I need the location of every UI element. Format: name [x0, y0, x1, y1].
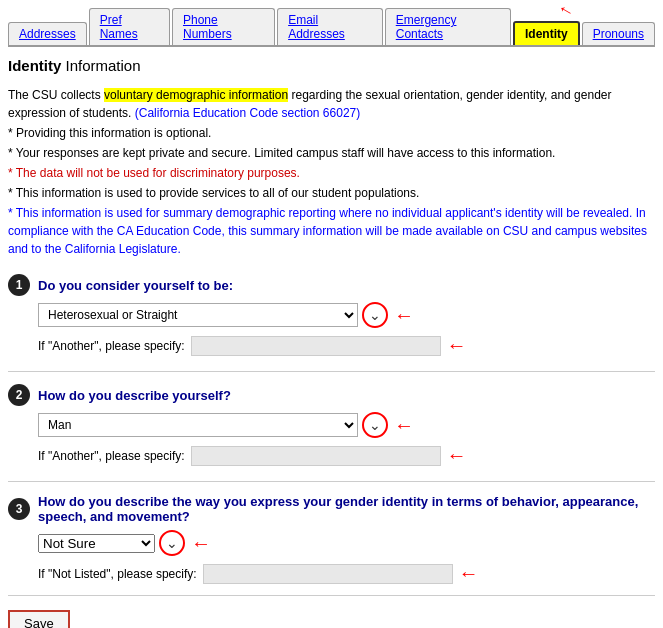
- question-1-specify-label: If "Another", please specify:: [38, 339, 185, 353]
- info-bullet1: * Providing this information is optional…: [8, 124, 655, 142]
- question-3-dropdown-circle: ⌄: [159, 530, 185, 556]
- question-2-specify-label: If "Another", please specify:: [38, 449, 185, 463]
- save-button[interactable]: Save: [8, 610, 70, 628]
- question-3-specify-input[interactable]: [203, 564, 453, 584]
- info-bullet4: * This information is used to provide se…: [8, 184, 655, 202]
- info-block: The CSU collects voluntary demographic i…: [8, 86, 655, 258]
- question-3-text: How do you describe the way you express …: [38, 494, 655, 524]
- question-3-select-row: Not Sure Androgynous Feminine Masculine …: [38, 530, 655, 556]
- question-1-select-row: Heterosexual or Straight Gay or Lesbian …: [38, 302, 655, 328]
- question-1-number: 1: [8, 274, 30, 296]
- info-highlight: voluntary demographic information: [104, 88, 288, 102]
- question-3-row: 3 How do you describe the way you expres…: [8, 494, 655, 524]
- question-2-block: 2 How do you describe yourself? Man Woma…: [8, 384, 655, 482]
- question-1-block: 1 Do you consider yourself to be: Hetero…: [8, 274, 655, 372]
- question-2-dropdown-circle: ⌄: [362, 412, 388, 438]
- question-1-dropdown-circle: ⌄: [362, 302, 388, 328]
- question-2-number: 2: [8, 384, 30, 406]
- info-bullet2: * Your responses are kept private and se…: [8, 144, 655, 162]
- question-2-text: How do you describe yourself?: [38, 388, 655, 403]
- question-1-specify-input[interactable]: [191, 336, 441, 356]
- dropdown-icon-1: ⌄: [369, 307, 381, 323]
- question-3-block: 3 How do you describe the way you expres…: [8, 494, 655, 596]
- question-2-select-row: Man Woman Non-binary Another gender iden…: [38, 412, 655, 438]
- question-2-specify-row: If "Another", please specify: ←: [38, 444, 655, 467]
- question-2-select[interactable]: Man Woman Non-binary Another gender iden…: [38, 413, 358, 437]
- question-2-row: 2 How do you describe yourself?: [8, 384, 655, 406]
- page-title: Identity Information: [8, 57, 655, 74]
- info-bullet3: * The data will not be used for discrimi…: [8, 164, 655, 182]
- question-1-specify-row: If "Another", please specify: ←: [38, 334, 655, 357]
- tab-bar: Addresses Pref Names Phone Numbers Email…: [8, 8, 655, 47]
- question-3-specify-row: If "Not Listed", please specify: ←: [38, 562, 655, 585]
- question-1-select[interactable]: Heterosexual or Straight Gay or Lesbian …: [38, 303, 358, 327]
- tab-pronouns[interactable]: Pronouns: [582, 22, 655, 45]
- arrow-q1: ←: [394, 304, 414, 327]
- question-3-number: 3: [8, 498, 30, 520]
- tab-identity[interactable]: Identity: [513, 21, 580, 45]
- info-line1-pre: The CSU collects: [8, 88, 104, 102]
- question-2-specify-input[interactable]: [191, 446, 441, 466]
- tab-emergency-contacts[interactable]: Emergency Contacts: [385, 8, 511, 45]
- tab-addresses[interactable]: Addresses: [8, 22, 87, 45]
- tab-pref-names[interactable]: Pref Names: [89, 8, 170, 45]
- arrow-q3-specify: ←: [459, 562, 479, 585]
- arrow-q1-specify: ←: [447, 334, 467, 357]
- question-3-select[interactable]: Not Sure Androgynous Feminine Masculine …: [38, 534, 155, 553]
- arrow-q2: ←: [394, 414, 414, 437]
- arrow-q3: ←: [191, 532, 211, 555]
- dropdown-icon-2: ⌄: [369, 417, 381, 433]
- tab-email-addresses[interactable]: Email Addresses: [277, 8, 383, 45]
- info-link: (California Education Code section 66027…: [135, 106, 360, 120]
- question-1-text: Do you consider yourself to be:: [38, 278, 655, 293]
- dropdown-icon-3: ⌄: [166, 535, 178, 551]
- question-1-row: 1 Do you consider yourself to be:: [8, 274, 655, 296]
- question-3-specify-label: If "Not Listed", please specify:: [38, 567, 197, 581]
- tab-phone-numbers[interactable]: Phone Numbers: [172, 8, 275, 45]
- info-bullet5: * This information is used for summary d…: [8, 204, 655, 258]
- save-section: Save: [8, 610, 655, 628]
- arrow-q2-specify: ←: [447, 444, 467, 467]
